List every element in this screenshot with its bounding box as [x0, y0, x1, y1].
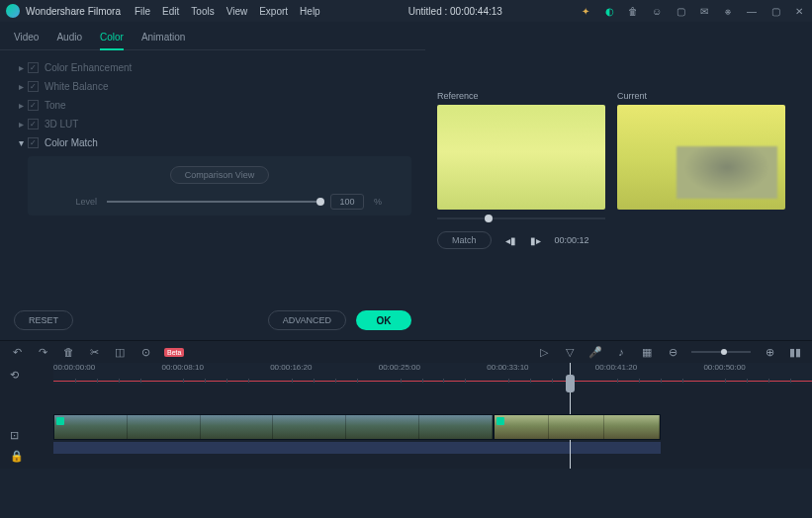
section-label: Tone: [45, 100, 66, 111]
color-match-content: Comparison View Level 100 %: [28, 156, 411, 216]
current-preview: [617, 105, 785, 210]
preview-panel: Reference Current Match ◂▮ ▮▸ 00:00:12: [425, 22, 812, 340]
checkbox-icon[interactable]: ✓: [28, 100, 39, 111]
ruler-tick: 00:00:25:00: [379, 363, 420, 372]
timeline-ruler[interactable]: 00:00:00:0000:00:08:1000:00:16:2000:00:2…: [53, 363, 812, 385]
premium-icon[interactable]: ✦: [579, 4, 592, 18]
section-label: 3D LUT: [45, 119, 78, 130]
zoom-fit-icon[interactable]: ▮▮: [788, 345, 802, 359]
inspector-tabs: Video Audio Color Animation: [0, 22, 425, 50]
zoom-slider[interactable]: [691, 351, 751, 353]
account-icon[interactable]: ☺: [650, 4, 664, 18]
checkbox-icon[interactable]: ✓: [28, 81, 39, 92]
next-frame-icon[interactable]: ▮▸: [530, 235, 541, 246]
menu-export[interactable]: Export: [259, 6, 288, 17]
level-value[interactable]: 100: [330, 194, 364, 210]
delete-icon[interactable]: 🗑: [61, 345, 75, 359]
link-icon[interactable]: ⊡: [10, 429, 19, 442]
playhead-handle-icon[interactable]: [566, 375, 575, 392]
voiceover-icon[interactable]: 🎤: [588, 345, 602, 359]
marker-icon[interactable]: ▽: [563, 345, 577, 359]
section-color-enhancement[interactable]: ▸ ✓ Color Enhancement: [14, 58, 411, 77]
ok-button[interactable]: OK: [356, 310, 411, 330]
level-slider[interactable]: [107, 201, 320, 203]
message-icon[interactable]: ✉: [697, 4, 711, 18]
section-white-balance[interactable]: ▸ ✓ White Balance: [14, 77, 411, 96]
color-panel: ▸ ✓ Color Enhancement ▸ ✓ White Balance …: [0, 50, 425, 302]
scrubber-knob-icon[interactable]: [485, 215, 493, 222]
app-brand: Wondershare Filmora: [26, 6, 121, 17]
advanced-button[interactable]: ADVANCED: [268, 310, 346, 330]
tab-color[interactable]: Color: [100, 28, 124, 50]
split-icon[interactable]: ✂: [87, 345, 101, 359]
video-clip-1[interactable]: [53, 414, 494, 440]
inspector-panel: Video Audio Color Animation ▸ ✓ Color En…: [0, 22, 425, 340]
ruler-tick: 00:00:41:20: [595, 363, 637, 372]
timeline-area: ↶ ↷ 🗑 ✂ ◫ ⊙ Beta ▷ ▽ 🎤 ♪ ▦ ⊖ ⊕ ▮▮ ⟲ ⊡ 🔒: [0, 340, 812, 469]
render-icon[interactable]: ▦: [640, 345, 654, 359]
close-icon[interactable]: ✕: [792, 4, 806, 18]
video-clip-2[interactable]: [494, 414, 661, 440]
zoom-out-icon[interactable]: ⊖: [666, 345, 679, 359]
tab-audio[interactable]: Audio: [56, 28, 82, 49]
section-3d-lut[interactable]: ▸ ✓ 3D LUT: [14, 115, 411, 133]
menu-edit[interactable]: Edit: [162, 6, 179, 17]
minimize-icon[interactable]: —: [745, 4, 759, 18]
tab-animation[interactable]: Animation: [141, 28, 185, 49]
checkbox-icon[interactable]: ✓: [28, 62, 39, 73]
section-color-match[interactable]: ▾ ✓ Color Match: [14, 133, 411, 152]
library-icon[interactable]: ▢: [674, 4, 687, 18]
chevron-down-icon: ▾: [14, 137, 28, 148]
slider-thumb-icon[interactable]: [316, 198, 324, 206]
prev-frame-icon[interactable]: ◂▮: [505, 235, 516, 246]
menu-help[interactable]: Help: [300, 6, 320, 17]
timeline-tracks[interactable]: 00:00:00:0000:00:08:1000:00:16:2000:00:2…: [53, 363, 812, 469]
preview-timecode: 00:00:12: [555, 235, 589, 245]
app-logo-icon: [6, 4, 20, 18]
effect-flag-icon: [56, 417, 64, 425]
back-icon[interactable]: ⟲: [10, 369, 19, 382]
ruler-tick: 00:00:16:20: [270, 363, 312, 372]
support-icon[interactable]: ◐: [602, 4, 616, 18]
speed-icon[interactable]: ⊙: [138, 345, 152, 359]
ruler-tick: 00:00:33:10: [487, 363, 528, 372]
section-tone[interactable]: ▸ ✓ Tone: [14, 96, 411, 115]
chevron-right-icon: ▸: [14, 100, 28, 111]
menu-file[interactable]: File: [135, 6, 150, 17]
redo-icon[interactable]: ↷: [36, 345, 49, 359]
maximize-icon[interactable]: ▢: [768, 4, 782, 18]
match-button[interactable]: Match: [437, 231, 492, 249]
menu-tools[interactable]: Tools: [191, 6, 214, 17]
project-title: Untitled : 00:00:44:13: [332, 6, 579, 17]
menu-view[interactable]: View: [226, 6, 248, 17]
mic-icon[interactable]: ⎈: [721, 4, 735, 18]
tab-video[interactable]: Video: [14, 28, 39, 49]
level-label: Level: [57, 197, 97, 207]
reference-preview: [437, 105, 605, 210]
play-icon[interactable]: ▷: [537, 345, 551, 359]
crop-icon[interactable]: ◫: [113, 345, 127, 359]
lock-icon[interactable]: 🔒: [10, 450, 24, 463]
ruler-tick: 00:00:08:10: [162, 363, 204, 372]
preview-scrubber[interactable]: [437, 216, 605, 221]
title-bar: Wondershare Filmora File Edit Tools View…: [0, 0, 812, 22]
mixer-icon[interactable]: ♪: [614, 345, 628, 359]
track-header: ⟲ ⊡ 🔒: [0, 363, 53, 469]
reset-button[interactable]: RESET: [14, 310, 73, 330]
checkbox-icon[interactable]: ✓: [28, 119, 39, 130]
effect-flag-icon: [496, 417, 504, 425]
section-label: White Balance: [45, 81, 108, 92]
chevron-right-icon: ▸: [14, 119, 28, 130]
section-label: Color Match: [45, 137, 98, 148]
chevron-right-icon: ▸: [14, 62, 28, 73]
checkbox-icon[interactable]: ✓: [28, 137, 39, 148]
inspector-footer: RESET ADVANCED OK: [0, 302, 425, 340]
trash-icon[interactable]: 🗑: [626, 4, 640, 18]
beta-badge: Beta: [164, 348, 184, 357]
reference-label: Reference: [437, 91, 605, 101]
timeline-toolbar: ↶ ↷ 🗑 ✂ ◫ ⊙ Beta ▷ ▽ 🎤 ♪ ▦ ⊖ ⊕ ▮▮: [0, 341, 812, 363]
comparison-view-button[interactable]: Comparison View: [170, 166, 269, 184]
ruler-tick: 00:00:00:00: [53, 363, 95, 372]
undo-icon[interactable]: ↶: [10, 345, 24, 359]
zoom-in-icon[interactable]: ⊕: [763, 345, 776, 359]
